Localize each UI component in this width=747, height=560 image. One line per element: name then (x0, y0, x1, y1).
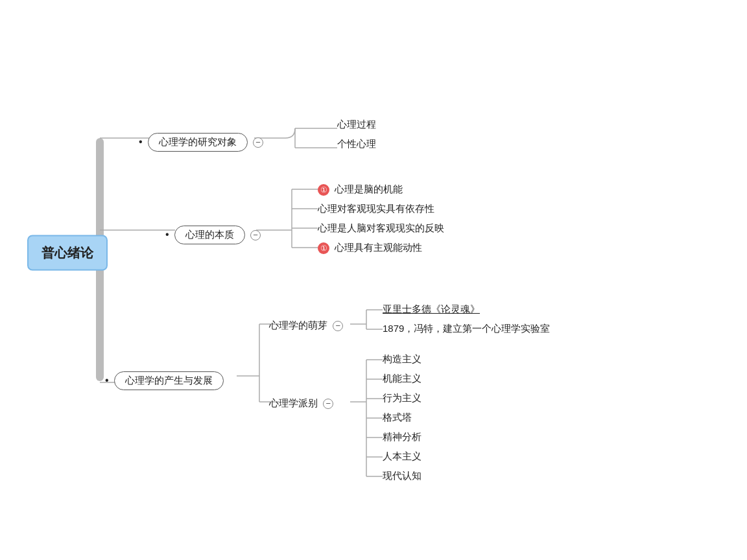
mindmap-container: 普心绪论 心理学的研究对象 − 心理过程 个性心理 心理的本质 − ① 心理是脑… (0, 0, 747, 560)
sub2-label: 心理学派别 (269, 397, 318, 408)
branch3-node: 心理学的产生与发展 (105, 371, 224, 390)
badge2: ① (318, 242, 329, 254)
root-label: 普心绪论 (42, 246, 93, 260)
branch2-child1: ① 心理是脑的机能 (318, 183, 403, 196)
branch1-child2: 个性心理 (337, 138, 376, 150)
sub2-child2: 机能主义 (383, 373, 421, 385)
branch1-dot (139, 136, 145, 147)
sub2-child6: 人本主义 (383, 450, 421, 463)
sub2-child4: 格式塔 (383, 412, 412, 424)
sub2-child5: 精神分析 (383, 431, 421, 443)
branch3-box: 心理学的产生与发展 (114, 371, 224, 390)
branch2-child4: ① 心理具有主观能动性 (318, 242, 422, 254)
branch1-node: 心理学的研究对象 − (139, 133, 263, 152)
branch1-box: 心理学的研究对象 (148, 133, 248, 152)
branch2-dot (165, 229, 172, 240)
branch2-node: 心理的本质 − (165, 226, 261, 244)
sub1-child2: 1879，冯特，建立第一个心理学实验室 (383, 323, 550, 335)
sub2-collapse[interactable]: − (323, 399, 333, 409)
sub1-node: 心理学的萌芽 − (269, 320, 343, 332)
sub2-node: 心理学派别 − (269, 397, 333, 410)
branch2-child2: 心理对客观现实具有依存性 (318, 203, 434, 215)
sub2-child7: 现代认知 (383, 470, 421, 482)
sub2-child3: 行为主义 (383, 392, 421, 404)
sub1-label: 心理学的萌芽 (269, 320, 327, 331)
sub2-child1: 构造主义 (383, 353, 421, 366)
branch1-child1: 心理过程 (337, 119, 376, 131)
sub1-collapse[interactable]: − (333, 321, 343, 331)
sub1-child1: 亚里士多德《论灵魂》 (383, 303, 480, 316)
root-node: 普心绪论 (27, 235, 108, 271)
branch2-box: 心理的本质 (174, 226, 245, 244)
mindmap-lines (0, 0, 747, 560)
branch2-collapse[interactable]: − (250, 230, 261, 240)
branch3-dot (105, 375, 112, 386)
badge1: ① (318, 184, 329, 196)
branch1-collapse[interactable]: − (253, 137, 263, 148)
branch2-child3: 心理是人脑对客观现实的反映 (318, 222, 444, 235)
